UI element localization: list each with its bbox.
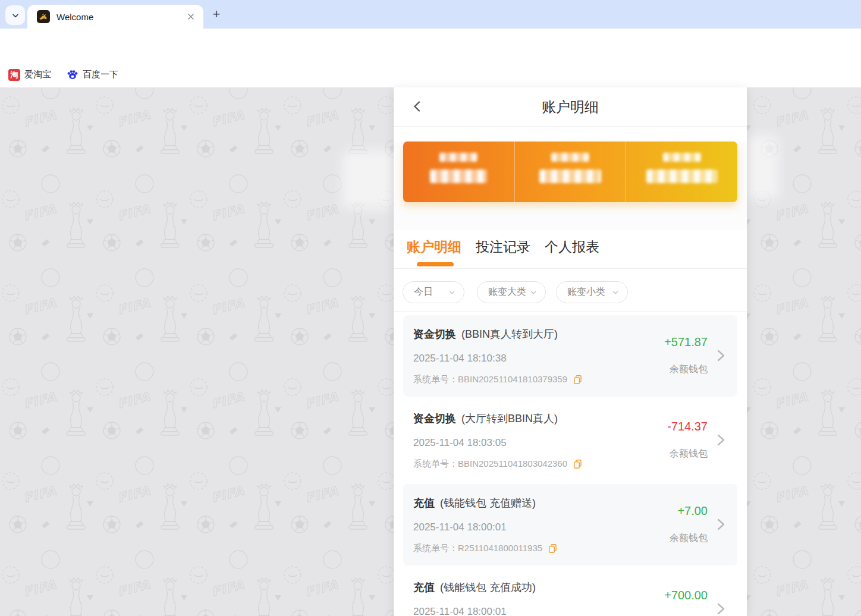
- summary-col-3: [626, 142, 737, 202]
- filter-major-category-dropdown[interactable]: 账变大类: [477, 281, 546, 303]
- transaction-row[interactable]: 充值(钱能钱包 充值成功) 2025-11-04 18:00:01 系统单号： …: [403, 568, 737, 616]
- bookmark-label: 百度一下: [83, 69, 118, 80]
- filter-label: 账变小类: [567, 286, 605, 298]
- blurred-label: [663, 153, 701, 162]
- copy-icon[interactable]: [572, 374, 583, 385]
- transaction-detail: (钱能钱包 充值赠送): [440, 497, 536, 509]
- blurred-value: [539, 169, 601, 183]
- order-number-label: 系统单号：: [413, 458, 458, 470]
- order-number-label: 系统单号：: [413, 542, 458, 554]
- wallet-name: 余额钱包: [670, 532, 708, 545]
- browser-tab-strip: Welcome +: [0, 0, 861, 29]
- wallet-name: 余额钱包: [667, 448, 708, 460]
- background-blur-smudge: [342, 150, 394, 209]
- chevron-down-icon: [611, 288, 620, 297]
- transaction-detail: (BBIN真人转到大厅): [461, 328, 558, 340]
- chevron-right-icon[interactable]: [716, 433, 727, 447]
- tab-search-button[interactable]: [5, 5, 25, 25]
- close-icon: [187, 12, 195, 21]
- bookmark-baidu[interactable]: 百度一下: [67, 69, 118, 81]
- browser-toolbar: 175616.cc/reports/index: [0, 29, 861, 62]
- transaction-type: 资金切换: [413, 413, 456, 425]
- transaction-amount-block: +7.00 余额钱包: [670, 504, 708, 545]
- summary-col-1: [403, 142, 514, 202]
- transaction-list: 资金切换(BBIN真人转到大厅) 2025-11-04 18:10:38 系统单…: [394, 312, 747, 616]
- active-tab-underline: [417, 262, 454, 266]
- summary-section: [394, 142, 747, 230]
- transaction-amount-block: +700.00 余额钱包: [664, 589, 708, 616]
- order-number: BBIN202511041803042360: [458, 458, 567, 470]
- transaction-amount-block: -714.37 余额钱包: [667, 420, 708, 460]
- blurred-label: [551, 153, 589, 162]
- page-title: 账户明细: [394, 87, 747, 126]
- order-number: BBIN202511041810379359: [458, 373, 567, 385]
- baidu-paw-icon: [67, 69, 78, 81]
- transaction-amount: +7.00: [670, 504, 708, 518]
- bookmark-taobao[interactable]: 淘 爱淘宝: [8, 69, 51, 81]
- tab-title: Welcome: [56, 12, 186, 22]
- tab-bet-records[interactable]: 投注记录: [476, 238, 530, 268]
- transaction-type: 充值: [413, 497, 435, 509]
- background-blur-smudge: [746, 135, 779, 200]
- transaction-row[interactable]: 充值(钱能钱包 充值赠送) 2025-11-04 18:00:01 系统单号： …: [403, 484, 737, 565]
- chevron-right-icon[interactable]: [716, 602, 727, 616]
- blurred-label: [439, 153, 477, 162]
- tab-close-button[interactable]: [186, 11, 196, 22]
- transaction-row[interactable]: 资金切换(BBIN真人转到大厅) 2025-11-04 18:10:38 系统单…: [403, 315, 737, 397]
- transaction-amount: +571.87: [664, 335, 708, 349]
- balance-summary-card[interactable]: [403, 142, 737, 202]
- order-number: R2511041800011935: [458, 542, 542, 554]
- account-detail-panel: 账户明细: [394, 87, 747, 616]
- transaction-amount-block: +571.87 余额钱包: [664, 335, 708, 376]
- browser-tab[interactable]: Welcome: [27, 5, 203, 29]
- chevron-down-icon: [529, 288, 538, 297]
- transaction-type: 充值: [413, 582, 435, 593]
- transaction-amount: -714.37: [667, 420, 708, 433]
- bookmark-label: 爱淘宝: [24, 69, 51, 80]
- chevron-right-icon[interactable]: [716, 517, 727, 532]
- transaction-amount: +700.00: [664, 589, 708, 602]
- screen: Welcome + 175616.cc/reports/index 淘 爱淘宝 …: [0, 0, 861, 616]
- blurred-value: [430, 169, 487, 183]
- page-background: FIFA: [0, 87, 861, 616]
- report-tabs: 账户明细 投注记录 个人报表: [394, 230, 747, 268]
- divider: [394, 126, 747, 127]
- filter-label: 今日: [414, 286, 433, 298]
- copy-icon[interactable]: [572, 458, 583, 470]
- panel-header: 账户明细: [394, 87, 747, 126]
- transaction-detail: (大厅转到BBIN真人): [461, 413, 558, 425]
- chevron-down-icon: [11, 11, 20, 20]
- chevron-down-icon: [448, 288, 456, 297]
- transaction-row[interactable]: 资金切换(大厅转到BBIN真人) 2025-11-04 18:03:05 系统单…: [403, 400, 737, 481]
- tab-personal-report[interactable]: 个人报表: [545, 238, 599, 268]
- new-tab-button[interactable]: +: [208, 6, 225, 23]
- filter-label: 账变大类: [488, 286, 526, 298]
- filter-date-dropdown[interactable]: 今日: [403, 281, 464, 303]
- taobao-icon: 淘: [8, 69, 20, 81]
- transaction-type: 资金切换: [413, 328, 456, 340]
- copy-icon[interactable]: [547, 543, 558, 554]
- filter-minor-category-dropdown[interactable]: 账变小类: [556, 281, 628, 303]
- summary-col-2: [514, 142, 626, 202]
- bookmarks-bar: 淘 爱淘宝 百度一下: [0, 62, 861, 87]
- chevron-right-icon[interactable]: [716, 348, 727, 363]
- filters-row: 今日 账变大类 账变小类: [394, 269, 747, 311]
- blurred-value: [646, 169, 718, 183]
- back-chevron-icon[interactable]: [410, 99, 425, 114]
- wallet-name: 余额钱包: [664, 363, 708, 376]
- transaction-detail: (钱能钱包 充值成功): [440, 582, 536, 593]
- site-favicon: [37, 10, 50, 23]
- order-number-label: 系统单号：: [413, 373, 458, 385]
